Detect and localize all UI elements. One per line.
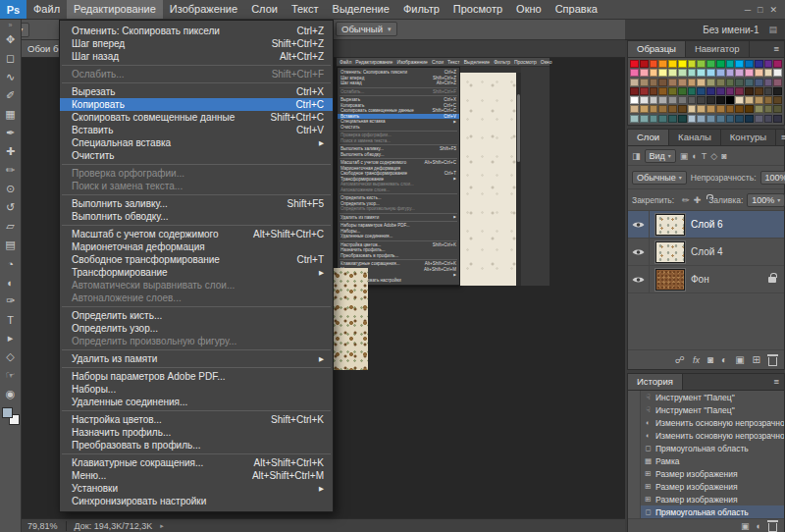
menubar-item-7[interactable]: Просмотр [446, 0, 509, 19]
menu-item-row[interactable]: Удаленные соединения... [60, 396, 333, 408]
menu-item-row[interactable]: ВырезатьCtrl+X [60, 85, 333, 98]
clone-stamp-tool[interactable]: ⊙ [0, 180, 22, 198]
swatch[interactable] [650, 79, 658, 86]
swatch[interactable] [773, 96, 782, 104]
filter-pixel-icon[interactable]: ▣ [680, 151, 689, 161]
history-snapshot-toggle[interactable] [628, 454, 641, 467]
collapse-panel-icon[interactable]: » [9, 20, 13, 30]
menubar-item-4[interactable]: Текст [285, 0, 326, 19]
menu-item-row[interactable]: Удалить из памяти▶ [60, 352, 333, 365]
menu-item-row[interactable]: Ослабить...Shift+Ctrl+F [60, 68, 333, 80]
foreground-color-chip[interactable] [2, 407, 13, 418]
history-snapshot-toggle[interactable] [628, 416, 641, 429]
menu-item-row[interactable]: Очистить [338, 125, 459, 131]
menu-item-highlighted[interactable]: КопироватьCtrl+C [60, 98, 333, 111]
swatch[interactable] [658, 60, 667, 68]
swatch[interactable] [640, 60, 649, 68]
menu-item-row[interactable]: Трансформирование▶ [60, 266, 333, 279]
menu-item-row[interactable]: Выполнить обводку... [338, 152, 459, 158]
swatch[interactable] [630, 105, 639, 113]
delete-layer-icon[interactable] [768, 357, 777, 366]
visibility-toggle-eye-icon[interactable] [628, 239, 650, 265]
swatch[interactable] [773, 87, 782, 95]
swatch[interactable] [706, 69, 715, 77]
swatch[interactable] [630, 60, 639, 68]
menu-item-row[interactable]: Определить узор... [60, 322, 333, 335]
history-step[interactable]: ☟Инструмент "Палец" [628, 403, 784, 416]
visibility-toggle-eye-icon[interactable] [628, 266, 650, 293]
swatch[interactable] [630, 79, 639, 86]
swatch[interactable] [716, 79, 725, 86]
lock-position-icon[interactable]: ✚ [694, 195, 702, 205]
swatch[interactable] [668, 87, 677, 95]
add-mask-icon[interactable]: ◙ [707, 354, 713, 365]
swatch[interactable] [764, 69, 773, 77]
swatch[interactable] [716, 96, 725, 104]
lock-pixels-icon[interactable]: ✏ [682, 195, 690, 205]
layer-thumbnail[interactable] [655, 241, 685, 263]
menu-item-row[interactable]: Специальная вставка▶ [60, 136, 333, 149]
swatch[interactable] [658, 105, 667, 113]
swatch[interactable] [745, 96, 754, 104]
swatch[interactable] [630, 69, 639, 77]
swatch[interactable] [678, 115, 687, 123]
menubar-item-9[interactable]: Справка [549, 0, 604, 19]
menubar-item-0[interactable]: Файл [26, 0, 67, 19]
menu-item-row[interactable]: Скопировать совмещенные данныеShift+Ctrl… [338, 108, 459, 114]
swatch[interactable] [678, 87, 687, 95]
menu-item-row[interactable]: Марионеточная деформация [60, 240, 333, 253]
swatch[interactable] [726, 87, 735, 95]
hand-tool[interactable]: ☞ [0, 366, 22, 385]
menu-item-row[interactable]: Выполнить заливку...Shift+F5 [60, 197, 333, 210]
close-icon[interactable]: ✕ [769, 5, 777, 15]
swatch[interactable] [658, 96, 667, 104]
swatch[interactable] [735, 79, 744, 86]
swatch[interactable] [716, 69, 725, 77]
swatch[interactable] [640, 69, 649, 77]
swatch[interactable] [678, 60, 687, 68]
history-brush-tool[interactable]: ↺ [0, 198, 22, 217]
layer-style-icon[interactable]: fx [693, 355, 700, 365]
menu-item-row[interactable]: Установки▶ [60, 482, 333, 495]
swatch[interactable] [697, 87, 706, 95]
swatch[interactable] [678, 105, 687, 113]
tab-paths[interactable]: Контуры [721, 130, 776, 145]
menu-item-row[interactable]: Удалить из памяти▶ [338, 215, 459, 221]
swatch[interactable] [697, 96, 706, 104]
swatch[interactable] [650, 105, 658, 113]
nested-menubar-item-6[interactable]: Фильтр [494, 59, 510, 65]
swatch[interactable] [755, 69, 763, 77]
layer-row[interactable]: Фон [628, 266, 784, 293]
marquee-tool[interactable]: ◻ [0, 49, 22, 68]
panel-menu-icon[interactable]: ≡ [768, 41, 784, 57]
swatch[interactable] [688, 69, 697, 77]
menu-item-row[interactable]: Преобразовать в профиль... [338, 253, 459, 259]
swatch[interactable] [764, 96, 773, 104]
crop-tool[interactable]: ▦ [0, 105, 22, 124]
swatch[interactable] [678, 79, 687, 86]
swatch[interactable] [640, 115, 649, 123]
panel-menu-icon[interactable]: ≡ [768, 374, 784, 390]
status-menu-arrow-icon[interactable]: ▸ [160, 522, 164, 530]
swatch[interactable] [726, 79, 735, 86]
menubar-item-6[interactable]: Фильтр [396, 0, 446, 19]
menu-item-row[interactable]: ВставитьCtrl+V [60, 124, 333, 136]
blend-mode-dropdown[interactable]: Обычные ▾ [632, 171, 687, 185]
swatch[interactable] [640, 79, 649, 86]
swatch[interactable] [630, 115, 639, 123]
history-step[interactable]: ◻Прямоугольная область [628, 442, 784, 454]
menu-item-row[interactable]: Шаг впередShift+Ctrl+Z [60, 37, 333, 50]
swatch[interactable] [650, 96, 658, 104]
layer-thumbnail[interactable] [655, 214, 685, 236]
swatch[interactable] [650, 69, 658, 77]
layer-row[interactable]: Слой 6 [628, 211, 784, 239]
menu-item-row[interactable]: Шаг назадAlt+Ctrl+Z [338, 80, 459, 86]
shape-tool[interactable]: ◇ [0, 347, 22, 366]
swatch[interactable] [706, 60, 715, 68]
menu-item-row[interactable]: Наборы... [60, 383, 333, 396]
swatch[interactable] [688, 105, 697, 113]
menu-item-row[interactable]: Преобразовать в профиль... [60, 439, 333, 452]
swatch[interactable] [678, 69, 687, 77]
menu-item-row[interactable]: Свободное трансформированиеCtrl+T [60, 253, 333, 266]
menu-item-row[interactable]: Ослабить...Shift+Ctrl+F [338, 89, 459, 95]
